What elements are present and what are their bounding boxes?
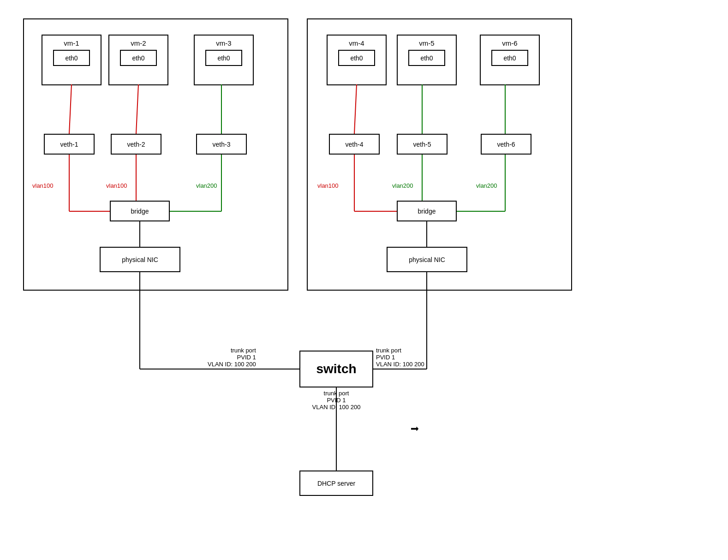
vm1-box: vm-1 eth0 xyxy=(42,35,101,85)
veth1-box: veth-1 xyxy=(44,134,95,155)
port-label-left: trunk port PVID 1 VLAN ID: 100 200 xyxy=(208,347,256,368)
vm3-box: vm-3 eth0 xyxy=(194,35,254,85)
port-label-right: trunk port PVID 1 VLAN ID: 100 200 xyxy=(376,347,424,368)
switch-box: switch xyxy=(299,351,373,387)
veth2-box: veth-2 xyxy=(111,134,161,155)
veth4-box: veth-4 xyxy=(329,134,380,155)
vm2-box: vm-2 eth0 xyxy=(108,35,168,85)
veth6-box: veth-6 xyxy=(481,134,531,155)
vm1-eth: eth0 xyxy=(53,50,90,66)
vm6-eth: eth0 xyxy=(491,50,528,66)
vm3-label: vm-3 xyxy=(216,39,231,47)
vlan-label-3: vlan200 xyxy=(196,182,217,189)
vm5-eth: eth0 xyxy=(408,50,445,66)
vm1-label: vm-1 xyxy=(64,39,79,47)
vm3-eth: eth0 xyxy=(205,50,242,66)
mouse-cursor: ⮕ xyxy=(411,424,416,434)
bridge1-box: bridge xyxy=(110,201,170,221)
vm4-eth: eth0 xyxy=(338,50,375,66)
vm5-box: vm-5 eth0 xyxy=(397,35,457,85)
port-label-bottom: trunk port PVID 1 VLAN ID: 100 200 xyxy=(299,390,373,411)
vlan-label-4: vlan100 xyxy=(317,182,339,189)
nic2-box: physical NIC xyxy=(387,247,467,272)
vm2-label: vm-2 xyxy=(131,39,146,47)
bridge2-box: bridge xyxy=(397,201,457,221)
vm6-label: vm-6 xyxy=(502,39,517,47)
dhcp-box: DHCP server xyxy=(299,471,373,496)
diagram: vm-1 eth0 vm-2 eth0 vm-3 eth0 veth-1 vet… xyxy=(9,9,719,551)
vm5-label: vm-5 xyxy=(419,39,434,47)
veth3-box: veth-3 xyxy=(196,134,247,155)
nic1-box: physical NIC xyxy=(100,247,180,272)
vlan-label-1: vlan100 xyxy=(32,182,54,189)
vm6-box: vm-6 eth0 xyxy=(480,35,540,85)
vlan-label-2: vlan100 xyxy=(106,182,127,189)
vlan-label-6: vlan200 xyxy=(476,182,497,189)
vlan-label-5: vlan200 xyxy=(392,182,413,189)
vm4-box: vm-4 eth0 xyxy=(327,35,387,85)
vm4-label: vm-4 xyxy=(349,39,364,47)
vm2-eth: eth0 xyxy=(120,50,157,66)
veth5-box: veth-5 xyxy=(397,134,448,155)
